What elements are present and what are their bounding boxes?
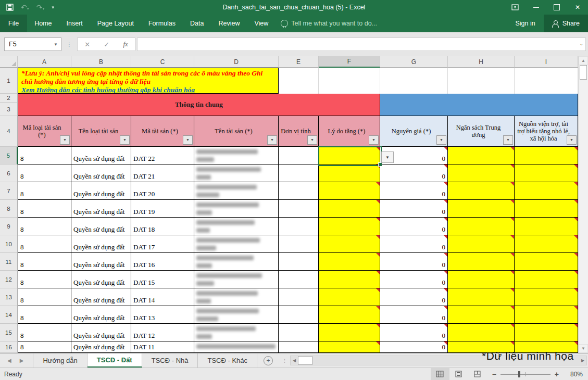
cell-F10[interactable]: [319, 235, 380, 253]
scroll-up-icon[interactable]: ▲: [579, 56, 588, 65]
cell-A1-notice[interactable]: *Lưu ý: Anh/chị vui lòng cập nhật thông …: [18, 68, 279, 94]
vertical-scroll-thumb[interactable]: [580, 65, 587, 80]
cell-C12[interactable]: DAT 15: [131, 271, 194, 288]
cell-B9[interactable]: Quyền sử dụng đất: [71, 218, 131, 235]
cell-E11[interactable]: [279, 253, 319, 271]
ribbon-tab-formulas[interactable]: Formulas: [141, 15, 183, 32]
column-header-C[interactable]: C: [131, 56, 194, 68]
name-box[interactable]: F5 ▼: [4, 37, 61, 51]
filter-dropdown-icon[interactable]: ▼: [183, 135, 193, 145]
row-header-4[interactable]: 4: [0, 116, 18, 147]
cell-C5[interactable]: DAT 22: [131, 147, 194, 164]
cell-G11[interactable]: 0: [380, 253, 448, 271]
header-cell-B4[interactable]: Tên loại tài sản▼: [71, 116, 131, 147]
cell-D11[interactable]: [194, 253, 279, 271]
cell-H10[interactable]: [448, 235, 515, 253]
cell-H6[interactable]: [448, 164, 515, 182]
cell-G7[interactable]: 0: [380, 182, 448, 200]
scroll-left-icon[interactable]: ◀: [291, 356, 298, 365]
cell-G16[interactable]: 0: [380, 341, 448, 353]
cell-E14[interactable]: [279, 306, 319, 324]
cell-C13[interactable]: DAT 14: [131, 288, 194, 306]
sheet-tab-hướng-dẫn[interactable]: Hướng dẫn: [33, 353, 87, 368]
filter-dropdown-icon[interactable]: ▼: [267, 135, 277, 145]
cell-D16[interactable]: [194, 341, 279, 353]
ribbon-tab-review[interactable]: Review: [211, 15, 247, 32]
cell-G14[interactable]: 0: [380, 306, 448, 324]
cell-B5[interactable]: Quyền sử dụng đất: [71, 147, 131, 164]
redo-icon[interactable]: ↷▾: [36, 3, 45, 11]
row-header-13[interactable]: 13: [0, 288, 18, 306]
cell-F7[interactable]: [319, 182, 380, 200]
cell-F1[interactable]: [319, 68, 380, 94]
cell-A11[interactable]: 8: [18, 253, 71, 271]
cell-I5[interactable]: [515, 147, 578, 164]
cell-B12[interactable]: Quyền sử dụng đất: [71, 271, 131, 288]
cancel-formula-icon[interactable]: ✕: [84, 41, 90, 48]
cell-E5[interactable]: [279, 147, 319, 164]
cell-A16[interactable]: 8: [18, 341, 71, 353]
column-header-I[interactable]: I: [515, 56, 578, 68]
cell-E13[interactable]: [279, 288, 319, 306]
scroll-right-icon[interactable]: ▶: [579, 356, 586, 365]
cell-B13[interactable]: Quyền sử dụng đất: [71, 288, 131, 306]
cell-A9[interactable]: 8: [18, 218, 71, 235]
filter-dropdown-icon[interactable]: ▼: [60, 135, 70, 145]
cell-G12[interactable]: 0: [380, 271, 448, 288]
cell-F9[interactable]: [319, 218, 380, 235]
cell-F5[interactable]: [319, 147, 380, 164]
cell-I12[interactable]: [515, 271, 578, 288]
row-header-8[interactable]: 8: [0, 200, 18, 218]
sheet-nav-left-icon[interactable]: ◀: [7, 358, 11, 363]
cell-B7[interactable]: Quyền sử dụng đất: [71, 182, 131, 200]
cell-D7[interactable]: [194, 182, 279, 200]
row-header-11[interactable]: 11: [0, 253, 18, 271]
horizontal-scroll-thumb[interactable]: [298, 356, 312, 365]
cell-F15[interactable]: [319, 324, 380, 341]
ribbon-tab-page-layout[interactable]: Page Layout: [90, 15, 141, 32]
row-header-5[interactable]: 5: [0, 147, 18, 164]
cell-D6[interactable]: [194, 164, 279, 182]
cell-H12[interactable]: [448, 271, 515, 288]
vertical-scrollbar[interactable]: ▲ ▼: [578, 56, 588, 353]
cell-C14[interactable]: DAT 13: [131, 306, 194, 324]
cell-A7[interactable]: 8: [18, 182, 71, 200]
cell-I8[interactable]: [515, 200, 578, 218]
cell-E12[interactable]: [279, 271, 319, 288]
cell-I9[interactable]: [515, 218, 578, 235]
header-cell-A4[interactable]: Mã loại tài sản (*)▼: [18, 116, 71, 147]
page-break-view-icon[interactable]: [468, 368, 487, 380]
minimize-button[interactable]: [526, 0, 546, 15]
row-header-9[interactable]: 9: [0, 218, 18, 235]
row-header-3[interactable]: 3: [0, 103, 18, 116]
cell-C6[interactable]: DAT 21: [131, 164, 194, 182]
cell-G8[interactable]: 0: [380, 200, 448, 218]
header-cell-C4[interactable]: Mã tài sản (*)▼: [131, 116, 194, 147]
cell-G10[interactable]: 0: [380, 235, 448, 253]
column-header-E[interactable]: E: [279, 56, 319, 68]
filter-dropdown-icon[interactable]: ▼: [307, 135, 317, 145]
ribbon-tab-home[interactable]: Home: [27, 15, 59, 32]
cell-I6[interactable]: [515, 164, 578, 182]
section-header-general-info[interactable]: Thông tin chung: [18, 94, 380, 116]
row-header-2[interactable]: 2: [0, 94, 18, 103]
cell-A12[interactable]: 8: [18, 271, 71, 288]
normal-view-icon[interactable]: [431, 368, 449, 380]
ribbon-tab-data[interactable]: Data: [183, 15, 211, 32]
cell-B16[interactable]: Quyền sử dụng đất: [71, 341, 131, 353]
ribbon-tab-view[interactable]: View: [247, 15, 276, 32]
sheet-tab-tscđ---nhà[interactable]: TSCĐ - Nhà: [142, 353, 198, 368]
sign-in-link[interactable]: Sign in: [507, 20, 543, 27]
save-icon[interactable]: [6, 4, 14, 11]
close-button[interactable]: ✕: [567, 0, 588, 15]
cell-E7[interactable]: [279, 182, 319, 200]
enter-formula-icon[interactable]: ✓: [104, 41, 109, 48]
row-header-6[interactable]: 6: [0, 164, 18, 182]
cell-E10[interactable]: [279, 235, 319, 253]
ribbon-display-options-icon[interactable]: [505, 0, 526, 15]
cell-A15[interactable]: 8: [18, 324, 71, 341]
cell-G9[interactable]: 0: [380, 218, 448, 235]
cell-G15[interactable]: 0: [380, 324, 448, 341]
cell-A10[interactable]: 8: [18, 235, 71, 253]
cell-I11[interactable]: [515, 253, 578, 271]
